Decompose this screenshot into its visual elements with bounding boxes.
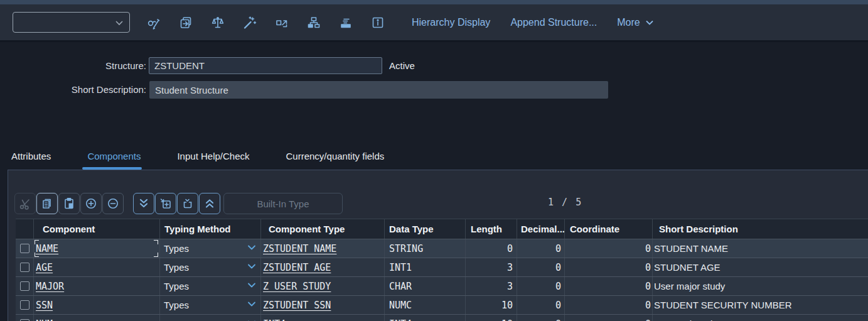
row-select-cell (16, 277, 34, 295)
consistency-check-button[interactable] (210, 15, 225, 30)
component-link[interactable]: SSN (36, 300, 53, 311)
component-type-link[interactable]: Z_USER_STUDY (263, 281, 331, 292)
hierarchy-display-link[interactable]: Hierarchy Display (412, 17, 490, 28)
paste-button[interactable] (58, 193, 80, 214)
tab-attributes[interactable]: Attributes (11, 146, 51, 170)
dropdown-chevron-icon[interactable] (247, 299, 257, 311)
short-description-cell[interactable]: STUDENT SECURITY NUMBER (653, 296, 868, 314)
decimals-cell[interactable]: 0 (517, 315, 565, 321)
row-checkbox[interactable] (20, 263, 29, 272)
component-cell[interactable]: SSN (34, 296, 160, 314)
delete-row-button[interactable] (177, 193, 198, 214)
tab-components[interactable]: Components (87, 146, 141, 170)
component-type-cell[interactable]: ZSTUDENT_SSN (261, 296, 385, 314)
information-button[interactable] (370, 15, 385, 30)
dropdown-chevron-icon[interactable] (247, 318, 257, 321)
row-checkbox[interactable] (20, 300, 29, 310)
component-link[interactable]: AGE (36, 262, 53, 273)
typing-method-cell[interactable]: Types (160, 315, 261, 321)
component-link[interactable]: NUM (36, 318, 53, 321)
header-coordinate[interactable]: Coordinate (565, 219, 653, 239)
short-description-cell[interactable]: STUDNET AGE (653, 258, 868, 276)
component-type-link[interactable]: ZSTUDENT_NAME (263, 243, 336, 254)
header-component[interactable]: Component (34, 219, 160, 239)
header-length[interactable]: Length (466, 219, 517, 239)
row-counter-current: 1 (548, 197, 555, 208)
typing-method-cell[interactable]: Types (160, 277, 261, 295)
component-cell[interactable]: AGE (34, 258, 160, 276)
dropdown-chevron-icon[interactable] (247, 242, 257, 254)
length-cell[interactable]: 3 (466, 277, 517, 295)
decimals-cell[interactable]: 0 (517, 258, 565, 276)
header-short-description[interactable]: Short Description (653, 219, 868, 239)
header-component-type[interactable]: Component Type (261, 219, 385, 239)
delete-line-button[interactable] (102, 193, 124, 214)
short-description-cell[interactable]: User major study (653, 277, 868, 295)
coordinate-cell[interactable]: 0 (565, 296, 653, 314)
adjust-layout-button[interactable] (274, 15, 289, 30)
other-object-button[interactable] (178, 15, 193, 30)
expand-button[interactable] (133, 193, 154, 214)
short-description-input[interactable] (149, 81, 608, 99)
command-input[interactable] (18, 18, 114, 28)
typing-method-cell[interactable]: Types (160, 239, 261, 258)
insert-line-button[interactable] (80, 193, 102, 214)
component-type-cell[interactable]: ZSTUDENT_NAME (261, 239, 385, 258)
structure-input[interactable] (149, 57, 382, 74)
short-description-cell[interactable]: STUDENT NAME (653, 239, 868, 258)
coordinate-cell[interactable]: 0 (565, 315, 653, 321)
more-menu-button[interactable]: More (617, 17, 653, 28)
scissors-icon (18, 197, 32, 210)
layer-stack-icon (338, 15, 353, 30)
decimals-cell[interactable]: 0 (517, 296, 565, 314)
chevron-down-icon[interactable] (114, 18, 124, 28)
component-link[interactable]: MAJOR (36, 281, 64, 292)
typing-method-value: Types (164, 243, 189, 254)
wizard-button[interactable] (242, 15, 257, 30)
component-type-link[interactable]: ZSTUDENT_AGE (263, 262, 331, 273)
length-cell[interactable]: 0 (466, 239, 517, 258)
table-row: NAME Types ZSTUDENT_NAME STRING 0 0 0 ST… (16, 239, 868, 258)
component-link[interactable]: NAME (36, 243, 58, 254)
cut-button[interactable] (14, 193, 36, 214)
component-type-cell[interactable]: INT4 (261, 315, 385, 321)
dropdown-chevron-icon[interactable] (247, 261, 257, 273)
display-change-button[interactable] (146, 15, 161, 30)
header-typing-method[interactable]: Typing Method (160, 219, 261, 239)
tab-currency-quantity-fields[interactable]: Currency/quantity fields (286, 146, 385, 170)
tab-input-help-check[interactable]: Input Help/Check (177, 146, 249, 170)
component-cell[interactable]: NUM (34, 315, 160, 321)
component-type-cell[interactable]: ZSTUDENT_AGE (261, 258, 385, 276)
header-data-type[interactable]: Data Type (385, 219, 466, 239)
length-cell[interactable]: 10 (466, 296, 517, 314)
typing-method-cell[interactable]: Types (160, 258, 261, 276)
length-cell[interactable]: 3 (466, 258, 517, 276)
row-checkbox[interactable] (20, 244, 29, 253)
header-decimals[interactable]: Decimal... (517, 219, 565, 239)
sort-button[interactable] (338, 15, 353, 30)
coordinate-cell[interactable]: 0 (565, 277, 653, 295)
collapse-button[interactable] (199, 193, 220, 214)
component-type-cell[interactable]: Z_USER_STUDY (261, 277, 385, 295)
builtin-type-button[interactable]: Built-In Type (223, 193, 343, 214)
dropdown-chevron-icon[interactable] (247, 280, 257, 292)
command-field[interactable] (13, 12, 130, 33)
append-structure-link[interactable]: Append Structure... (510, 17, 597, 28)
length-cell[interactable]: 10 (466, 315, 517, 321)
insert-row-button[interactable] (155, 193, 176, 214)
header-select-all[interactable] (16, 219, 34, 239)
typing-method-cell[interactable]: Types (160, 296, 261, 314)
coordinate-cell[interactable]: 0 (565, 258, 653, 276)
hierarchy-display-label: Hierarchy Display (412, 17, 490, 28)
component-type-link[interactable]: INT4 (263, 318, 286, 321)
decimals-cell[interactable]: 0 (517, 277, 565, 295)
short-description-cell[interactable]: 4 Byte Signed Integer (653, 315, 868, 321)
component-type-link[interactable]: ZSTUDENT_SSN (263, 300, 331, 311)
decimals-cell[interactable]: 0 (517, 239, 565, 258)
component-cell[interactable]: NAME (34, 239, 160, 258)
component-cell[interactable]: MAJOR (34, 277, 160, 295)
row-checkbox[interactable] (20, 281, 29, 291)
copy-button[interactable] (36, 193, 58, 214)
coordinate-cell[interactable]: 0 (565, 239, 653, 258)
hierarchy-display-button[interactable] (306, 15, 321, 30)
